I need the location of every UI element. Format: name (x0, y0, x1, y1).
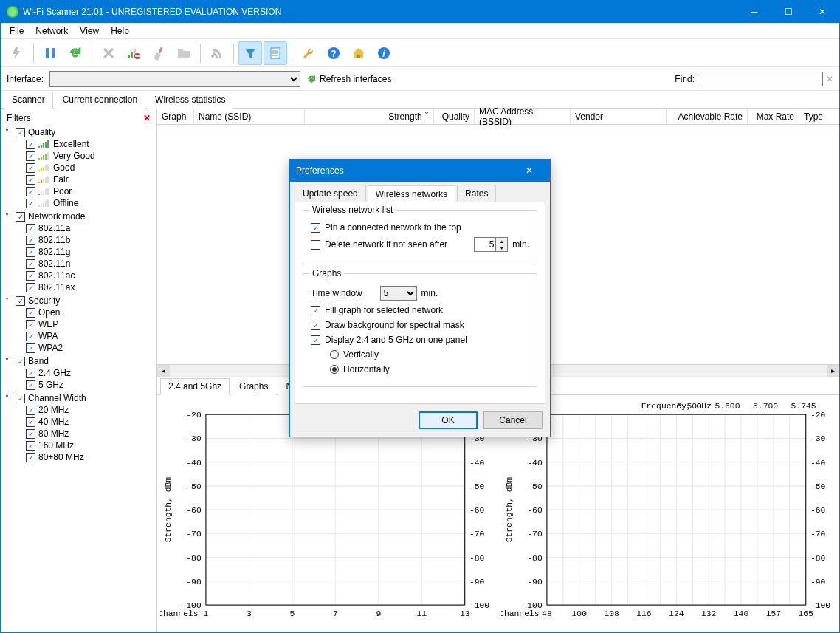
svg-text:-40: -40 (527, 459, 543, 468)
svg-text:-50: -50 (186, 482, 202, 491)
svg-text:-90: -90 (469, 578, 485, 586)
filter-group-band[interactable]: Band (4, 355, 154, 367)
filter-item[interactable]: 802.11g (4, 246, 154, 258)
col-quality[interactable]: Quality (434, 109, 475, 124)
filter-item[interactable]: 2.4 GHz (4, 367, 154, 379)
filter-item[interactable]: 802.11a (4, 222, 154, 234)
col-rate[interactable]: Achievable Rate (667, 109, 748, 124)
filter-item[interactable]: 802.11b (4, 234, 154, 246)
time-window-select[interactable]: 5 (380, 286, 417, 301)
notes-icon[interactable] (264, 41, 287, 65)
svg-text:?: ? (331, 49, 336, 59)
filter-item[interactable]: 802.11ac (4, 270, 154, 281)
display-one-panel-checkbox[interactable] (311, 335, 320, 345)
subtab-graphs[interactable]: Graphs (231, 378, 276, 395)
tab-scanner[interactable]: Scanner (4, 92, 53, 109)
main-tabs: Scanner Current connection Wireless stat… (1, 91, 839, 109)
tab-current-connection[interactable]: Current connection (55, 92, 145, 109)
brush-icon[interactable] (147, 41, 171, 65)
filter-group-quality[interactable]: Quality (4, 126, 154, 138)
ok-button[interactable]: OK (419, 411, 478, 429)
filter-item[interactable]: Open (4, 307, 154, 318)
col-strength[interactable]: Strength ˅ (305, 109, 434, 124)
svg-text:5.600: 5.600 (715, 402, 740, 411)
svg-text:-90: -90 (527, 578, 543, 586)
filter-group-netmode[interactable]: Network mode (4, 211, 154, 222)
filter-item[interactable]: 40 MHz (4, 416, 154, 428)
menu-help[interactable]: Help (105, 24, 135, 38)
signal-remove-icon[interactable] (122, 41, 145, 65)
filter-group-security[interactable]: Security (4, 295, 154, 307)
svg-text:132: 132 (701, 609, 716, 618)
col-graph[interactable]: Graph (157, 109, 194, 124)
help-icon[interactable]: ? (322, 41, 345, 65)
svg-text:-50: -50 (469, 482, 485, 491)
funnel-icon[interactable] (238, 41, 262, 65)
subtab-band[interactable]: 2.4 and 5Ghz (160, 378, 230, 395)
home-icon[interactable] (347, 41, 371, 65)
pref-tab-update-speed[interactable]: Update speed (295, 185, 366, 202)
menu-network[interactable]: Network (30, 24, 74, 38)
col-maxrate[interactable]: Max Rate (748, 109, 799, 124)
col-name[interactable]: Name (SSID) (194, 109, 305, 124)
filter-item[interactable]: Offline (4, 197, 154, 209)
close-button[interactable]: ✕ (805, 1, 839, 23)
filter-item[interactable]: Poor (4, 185, 154, 197)
delete-checkbox[interactable] (311, 240, 320, 250)
clear-find-icon[interactable]: ✕ (826, 74, 833, 84)
filter-item[interactable]: WEP (4, 318, 154, 330)
pause-icon[interactable] (38, 41, 62, 65)
col-mac[interactable]: MAC Address (BSSID) (475, 109, 571, 124)
signal-icon (38, 152, 49, 160)
filter-item[interactable]: 5 GHz (4, 379, 154, 391)
flash-icon[interactable] (5, 41, 29, 65)
svg-text:Strength, dBm: Strength, dBm (164, 477, 173, 543)
filter-item[interactable]: Fair (4, 174, 154, 185)
filter-item[interactable]: 80+80 MHz (4, 451, 154, 463)
maximize-button[interactable]: ☐ (771, 1, 805, 23)
filter-item[interactable]: 802.11ax (4, 281, 154, 293)
svg-text:108: 108 (604, 609, 619, 618)
filter-item[interactable]: WPA (4, 330, 154, 342)
rss-icon[interactable] (205, 41, 229, 65)
horizontal-radio[interactable] (330, 365, 339, 374)
filter-item[interactable]: Excellent (4, 138, 154, 150)
filter-item[interactable]: 802.11n (4, 258, 154, 270)
draw-bg-checkbox[interactable] (311, 321, 320, 330)
col-type[interactable]: Type (799, 109, 839, 124)
filter-group-chwidth[interactable]: Channel Width (4, 392, 154, 404)
filter-item[interactable]: 20 MHz (4, 404, 154, 416)
filter-item[interactable]: Good (4, 162, 154, 174)
tab-wireless-statistics[interactable]: Wireless statistics (147, 92, 233, 109)
svg-text:48: 48 (542, 609, 552, 618)
svg-rect-6 (135, 55, 140, 57)
svg-text:9: 9 (376, 609, 381, 618)
fill-graph-checkbox[interactable] (311, 306, 320, 315)
dialog-close-icon[interactable]: ✕ (514, 165, 544, 176)
refresh-interfaces-button[interactable]: Refresh interfaces (306, 74, 391, 84)
pref-tab-rates[interactable]: Rates (457, 185, 496, 202)
find-input[interactable] (698, 72, 823, 86)
filter-item[interactable]: WPA2 (4, 342, 154, 354)
menu-view[interactable]: View (74, 24, 105, 38)
info-icon[interactable]: i (372, 41, 396, 65)
svg-text:-70: -70 (527, 530, 543, 539)
folder-icon[interactable] (172, 41, 196, 65)
minimize-button[interactable]: ─ (737, 1, 771, 23)
filters-close-icon[interactable]: ✕ (143, 113, 151, 123)
filter-item[interactable]: Very Good (4, 150, 154, 162)
col-vendor[interactable]: Vendor (571, 109, 667, 124)
interface-select[interactable] (49, 71, 300, 87)
filter-item[interactable]: 160 MHz (4, 439, 154, 451)
cancel-button[interactable]: Cancel (483, 411, 543, 429)
delete-minutes-spinner[interactable]: ▲▼ (474, 237, 508, 252)
refresh-icon[interactable] (63, 41, 87, 65)
vertical-radio[interactable] (330, 350, 339, 359)
menu-file[interactable]: File (4, 24, 30, 38)
wrench-icon[interactable] (297, 41, 320, 65)
filter-item[interactable]: 80 MHz (4, 428, 154, 439)
svg-text:-80: -80 (186, 554, 202, 563)
delete-icon[interactable] (97, 41, 120, 65)
pin-checkbox[interactable] (311, 223, 320, 233)
pref-tab-wireless-networks[interactable]: Wireless networks (368, 185, 455, 202)
